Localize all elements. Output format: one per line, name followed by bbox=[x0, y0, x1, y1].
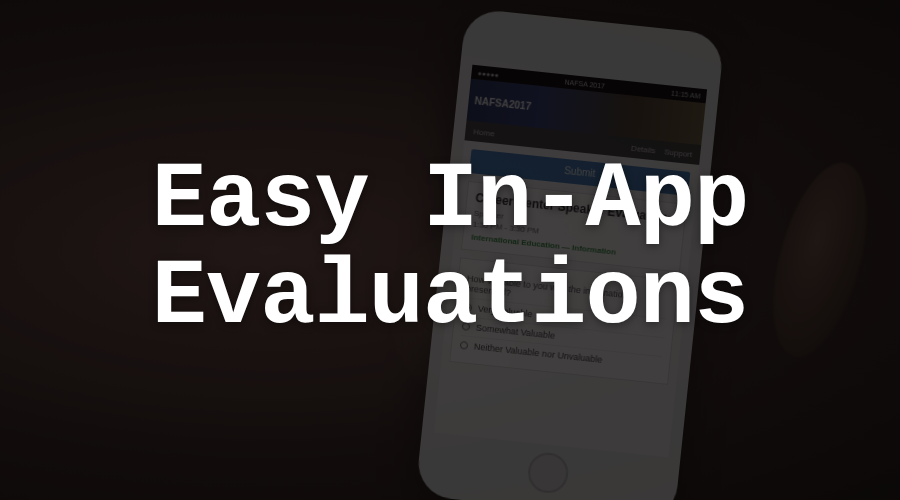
headline-text: Easy In-App Evaluations bbox=[152, 153, 748, 346]
headline-line2: Evaluations bbox=[152, 245, 748, 350]
hero-banner: ●●●●● NAFSA 2017 11:15 AM NAFSA2017 Home… bbox=[0, 0, 900, 500]
headline-line1: Easy In-App bbox=[152, 148, 748, 253]
headline-container: Easy In-App Evaluations bbox=[0, 0, 900, 500]
